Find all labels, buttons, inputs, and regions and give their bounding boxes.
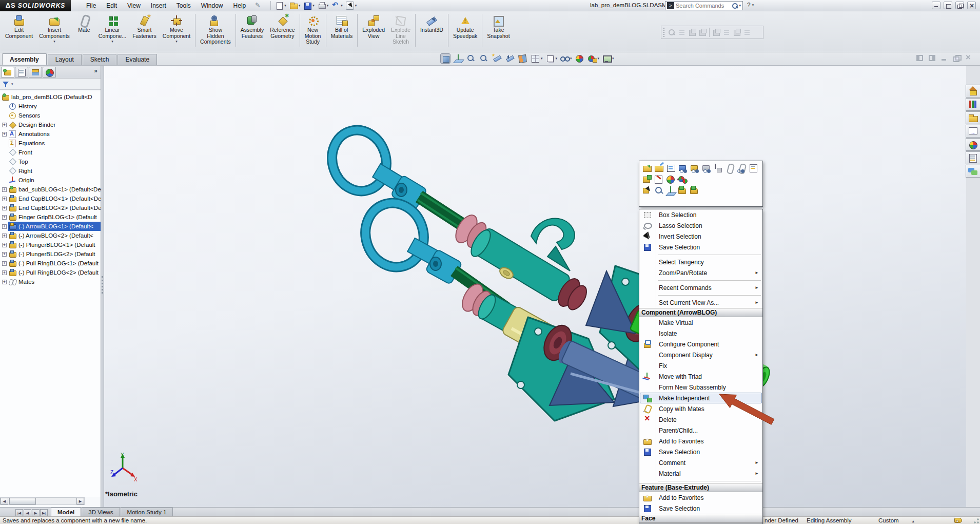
dropdown-arrow-icon[interactable]: ▾ [541, 56, 543, 61]
tree-item[interactable]: (-) PlungerBLOG<2> (Default [0, 249, 101, 259]
next-study-icon[interactable]: ▶ [32, 509, 40, 516]
context-menu-item[interactable]: Component (ArrowBLOG) ► [639, 308, 762, 317]
panel-splitter[interactable] [101, 66, 104, 507]
expand-icon[interactable] [2, 197, 7, 201]
context-toolbar-icon[interactable] [642, 186, 652, 196]
ribbon-button[interactable]: Mate ▾ [73, 13, 95, 50]
study-tab[interactable]: Model [51, 508, 81, 516]
context-menu-item[interactable]: Component Display ► [639, 350, 762, 360]
context-menu-item[interactable]: ► [639, 278, 762, 282]
dropdown-arrow-icon[interactable]: ▾ [111, 40, 113, 43]
splitter-grip[interactable] [102, 276, 103, 294]
dropdown-arrow-icon[interactable]: ▾ [355, 4, 357, 8]
ribbon-button[interactable]: New Motion Study ▾ [302, 13, 324, 50]
ribbon-button[interactable]: Instant3D ▾ [417, 13, 446, 50]
command-tab[interactable]: Assembly [2, 53, 47, 65]
filter-dropdown-icon[interactable]: ▾ [11, 82, 13, 86]
quick-access-button[interactable]: ▾ [330, 1, 344, 10]
forum-icon[interactable] [966, 165, 980, 178]
menu-bar-item[interactable]: Edit [101, 1, 122, 11]
expand-icon[interactable] [2, 215, 7, 220]
context-menu-item[interactable]: Box Selection ► [639, 209, 762, 220]
context-toolbar-icon[interactable] [701, 163, 711, 173]
context-menu-item[interactable]: Material ► [639, 468, 762, 479]
expand-icon[interactable] [2, 224, 7, 229]
next-pane-icon[interactable] [928, 54, 936, 62]
help-button[interactable]: ? ▾ [747, 2, 754, 9]
context-toolbar-icon[interactable] [678, 163, 688, 173]
ribbon-button[interactable]: ▾ [236, 14, 236, 47]
tree-item[interactable]: Finger GripBLOG<1> (Default [0, 212, 101, 222]
context-toolbar-icon[interactable] [713, 163, 723, 173]
dropdown-arrow-icon[interactable]: ▾ [53, 40, 55, 43]
dropdown-arrow-icon[interactable]: ▾ [284, 4, 286, 8]
context-menu-item[interactable]: ► [639, 253, 762, 257]
document-restore-button[interactable] [953, 54, 961, 62]
expand-icon[interactable] [2, 187, 7, 192]
study-tab[interactable]: Motion Study 1 [121, 508, 173, 516]
tree-item[interactable]: Top [0, 157, 101, 166]
restore-button[interactable] [955, 2, 964, 9]
file-explorer-icon[interactable] [966, 111, 980, 124]
quick-access-button[interactable]: ▾ [274, 1, 287, 10]
tree-item[interactable]: (-) PlungerBLOG<1> (Default [0, 240, 101, 249]
previous-pane-icon[interactable] [916, 54, 924, 62]
dropdown-arrow-icon[interactable]: ▾ [299, 4, 301, 8]
ribbon-button[interactable]: Bill of Materials ▾ [328, 13, 356, 50]
heads-up-button[interactable] [517, 53, 527, 64]
menu-bar-item[interactable]: Tools [171, 1, 196, 11]
heads-up-button[interactable] [530, 53, 540, 64]
ribbon-button[interactable]: ▾ [300, 14, 300, 47]
context-menu-item[interactable]: Zoom/Pan/Rotate ► [639, 267, 762, 278]
expand-icon[interactable] [2, 280, 7, 284]
tree-item[interactable]: (-) ArrowBLOG<2> (Default< [0, 231, 101, 240]
scrollbar-thumb[interactable] [9, 498, 36, 504]
dropdown-arrow-icon[interactable]: ▾ [612, 56, 614, 61]
design-library-icon[interactable] [966, 98, 980, 111]
expand-icon[interactable] [2, 252, 7, 257]
previous-study-icon[interactable]: ◀ [24, 509, 31, 516]
search-dropdown-icon[interactable]: ▾ [739, 4, 741, 8]
view-palette-icon[interactable] [966, 125, 980, 138]
tree-item[interactable]: Annotations [0, 129, 101, 139]
expand-icon[interactable] [2, 132, 7, 137]
quick-access-button[interactable]: ▾ [317, 1, 330, 10]
heads-up-button[interactable] [559, 53, 570, 64]
tree-item[interactable]: Sensors [0, 111, 101, 120]
context-toolbar-icon[interactable] [654, 174, 664, 184]
dropdown-arrow-icon[interactable]: ▾ [341, 4, 343, 8]
heads-up-button[interactable] [479, 53, 489, 64]
tree-item[interactable]: Mates [0, 277, 101, 286]
tree-item[interactable]: Origin [0, 176, 101, 185]
context-menu-item[interactable]: Comment ► [639, 457, 762, 468]
heads-up-button[interactable] [466, 53, 476, 64]
tree-item[interactable]: Right [0, 166, 101, 176]
quick-access-button[interactable]: ▾ [345, 1, 358, 10]
expand-icon[interactable] [2, 261, 7, 266]
first-study-icon[interactable]: |◀ [15, 509, 23, 516]
appearances-scenes-icon[interactable] [966, 138, 980, 151]
heads-up-button[interactable] [440, 53, 450, 64]
context-menu-item[interactable]: Recent Commands ► [639, 282, 762, 293]
menu-bar-item[interactable]: Window [196, 1, 228, 11]
custom-properties-icon[interactable] [966, 151, 980, 164]
expand-icon[interactable] [2, 243, 7, 247]
property-manager-tab[interactable] [15, 67, 28, 77]
context-toolbar-icon[interactable] [737, 163, 747, 173]
expand-icon[interactable] [2, 123, 7, 127]
ribbon-button[interactable]: ▾ [448, 14, 448, 47]
context-menu-item[interactable]: Add to Favorites ► [639, 436, 762, 447]
tree-item[interactable]: lab_pro_demBLOG (Default<D [0, 92, 101, 102]
ribbon-button[interactable]: Edit Component ▾ [2, 13, 36, 50]
command-tab[interactable]: Sketch [83, 54, 117, 65]
context-menu-item[interactable]: Isolate ► [639, 328, 762, 339]
context-menu-item[interactable]: ► [639, 293, 762, 297]
context-menu-item[interactable]: Set Current View As... ► [639, 297, 762, 308]
ribbon-button[interactable]: ▾ [357, 14, 358, 47]
ribbon-button[interactable]: Insert Components ▾ [36, 13, 73, 50]
context-toolbar-icon[interactable] [678, 174, 688, 184]
document-minimize-button[interactable] [940, 54, 948, 62]
ribbon-button[interactable]: Exploded View ▾ [359, 13, 388, 50]
menu-bar-item[interactable]: Insert [146, 1, 171, 11]
ribbon-button[interactable]: Linear Compone... ▾ [95, 13, 129, 50]
